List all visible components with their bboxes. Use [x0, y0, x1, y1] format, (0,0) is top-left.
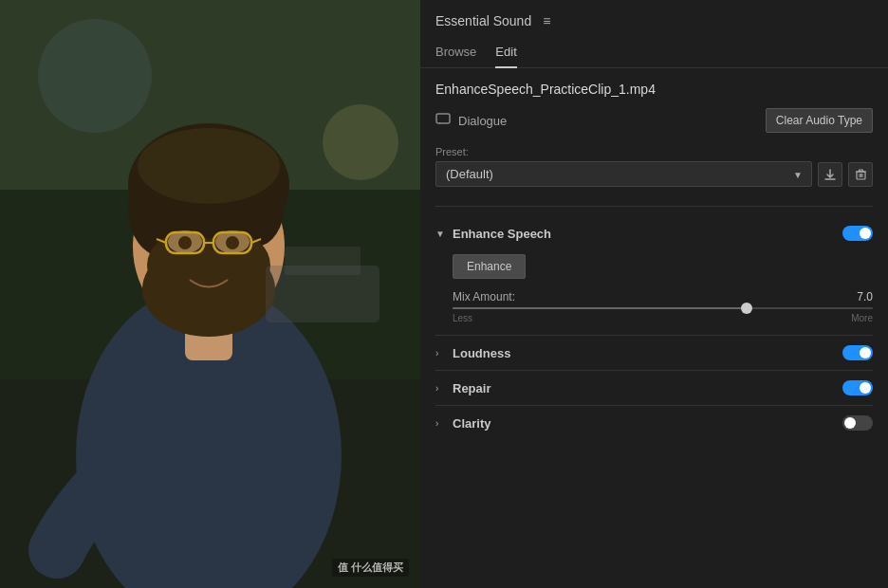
- loudness-toggle[interactable]: [842, 345, 873, 360]
- section-loudness: › Loudness: [435, 338, 873, 368]
- section-divider-top: [435, 206, 873, 207]
- mix-amount-slider[interactable]: [453, 307, 873, 309]
- svg-point-25: [38, 19, 152, 133]
- section-enhance-speech-header[interactable]: ▼ Enhance Speech: [435, 218, 873, 248]
- divider-clarity: [435, 405, 873, 406]
- section-repair-title: Repair: [453, 381, 490, 395]
- section-loudness-left: › Loudness: [435, 346, 510, 360]
- section-enhance-speech: ▼ Enhance Speech Enhance Mix Amount: 7.0: [435, 218, 873, 333]
- svg-point-24: [323, 104, 398, 180]
- section-clarity-left: › Clarity: [435, 416, 490, 431]
- tab-edit[interactable]: Edit: [495, 39, 516, 68]
- slider-label-more: More: [851, 313, 873, 323]
- mix-amount-label: Mix Amount:: [453, 290, 515, 303]
- dialogue-left: Dialogue: [435, 113, 507, 129]
- dialogue-label: Dialogue: [458, 114, 507, 128]
- preset-select-wrapper: (Default) ▼: [435, 161, 812, 187]
- section-repair: › Repair: [435, 373, 873, 403]
- svg-rect-26: [436, 114, 450, 123]
- preset-save-button[interactable]: [818, 162, 842, 187]
- section-repair-header[interactable]: › Repair: [435, 373, 873, 403]
- mix-amount-row: Mix Amount: 7.0: [453, 290, 873, 303]
- panel-header: Essential Sound ≡: [420, 0, 888, 38]
- repair-toggle[interactable]: [842, 380, 873, 395]
- menu-icon[interactable]: ≡: [543, 13, 550, 28]
- section-clarity: › Clarity: [435, 408, 873, 438]
- enhance-button[interactable]: Enhance: [453, 254, 526, 279]
- preset-label: Preset:: [435, 146, 873, 157]
- mix-amount-value: 7.0: [857, 290, 873, 303]
- slider-label-less: Less: [453, 313, 472, 323]
- file-name: EnhanceSpeech_PracticeClip_1.mp4: [435, 82, 873, 97]
- section-enhance-speech-body: Enhance Mix Amount: 7.0 Less More: [435, 248, 873, 333]
- slider-thumb[interactable]: [741, 303, 752, 314]
- panel-title: Essential Sound: [435, 13, 531, 28]
- section-repair-left: › Repair: [435, 381, 490, 395]
- section-clarity-title: Clarity: [453, 416, 490, 431]
- photo-panel: 值 什么值得买: [0, 0, 420, 588]
- watermark: 值 什么值得买: [332, 559, 409, 577]
- section-enhance-speech-title: Enhance Speech: [453, 227, 551, 241]
- preset-row: (Default) ▼: [435, 161, 873, 187]
- panel-content: EnhanceSpeech_PracticeClip_1.mp4 Dialogu…: [420, 68, 888, 588]
- svg-point-9: [138, 128, 280, 204]
- dialogue-icon: [435, 113, 451, 129]
- svg-point-20: [178, 236, 192, 249]
- section-clarity-header[interactable]: › Clarity: [435, 408, 873, 438]
- clarity-chevron-icon: ›: [435, 418, 447, 429]
- clarity-toggle[interactable]: [842, 415, 873, 431]
- essential-sound-panel: Essential Sound ≡ Browse Edit EnhanceSpe…: [420, 0, 888, 588]
- section-enhance-speech-left: ▼ Enhance Speech: [435, 227, 551, 241]
- tab-bar: Browse Edit: [420, 38, 888, 68]
- enhance-speech-chevron-icon: ▼: [435, 229, 447, 239]
- repair-chevron-icon: ›: [435, 383, 447, 394]
- loudness-toggle-knob: [860, 347, 871, 358]
- divider-loudness: [435, 335, 873, 336]
- enhance-speech-toggle[interactable]: [842, 226, 873, 241]
- tab-browse[interactable]: Browse: [435, 39, 476, 68]
- preset-delete-button[interactable]: [848, 162, 873, 187]
- svg-point-21: [226, 236, 239, 249]
- section-loudness-header[interactable]: › Loudness: [435, 338, 873, 368]
- preset-select[interactable]: (Default): [435, 161, 812, 187]
- slider-track: [453, 307, 873, 309]
- repair-toggle-knob: [860, 382, 871, 394]
- enhance-speech-toggle-knob: [860, 228, 871, 239]
- svg-rect-30: [859, 170, 862, 172]
- loudness-chevron-icon: ›: [435, 348, 447, 358]
- section-loudness-title: Loudness: [453, 346, 510, 360]
- slider-fill: [453, 307, 747, 309]
- clarity-toggle-knob: [844, 417, 856, 429]
- clear-audio-type-button[interactable]: Clear Audio Type: [766, 108, 873, 133]
- slider-labels: Less More: [453, 313, 873, 323]
- svg-rect-23: [285, 247, 361, 275]
- dialogue-row: Dialogue Clear Audio Type: [435, 108, 873, 133]
- divider-repair: [435, 370, 873, 371]
